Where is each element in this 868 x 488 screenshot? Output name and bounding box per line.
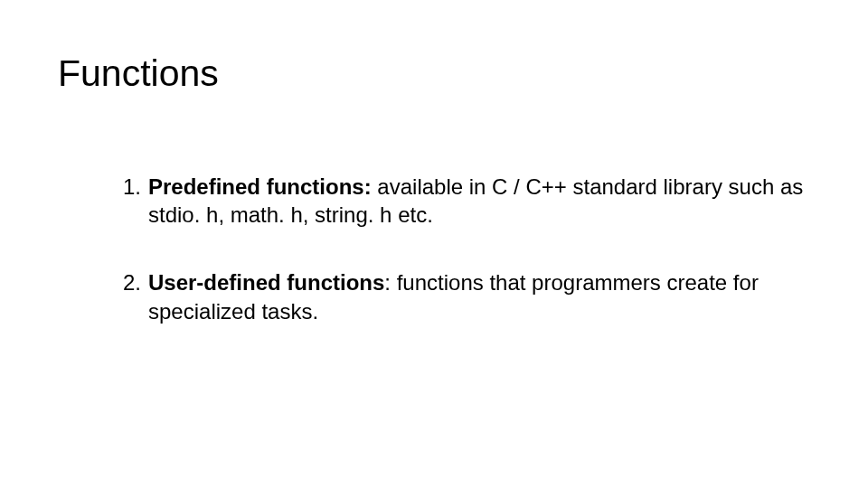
item-bold-text: Predefined functions: [148, 174, 372, 199]
slide: Functions 1. Predefined functions: avail… [0, 0, 868, 488]
item-number: 2. [105, 268, 141, 296]
list-item: 1. Predefined functions: available in C … [105, 173, 810, 229]
list-item: 2. User-defined functions: functions tha… [105, 268, 810, 324]
numbered-list: 1. Predefined functions: available in C … [58, 173, 810, 325]
slide-title: Functions [58, 52, 810, 95]
item-number: 1. [105, 173, 141, 201]
item-bold-text: User-defined functions [148, 270, 384, 295]
